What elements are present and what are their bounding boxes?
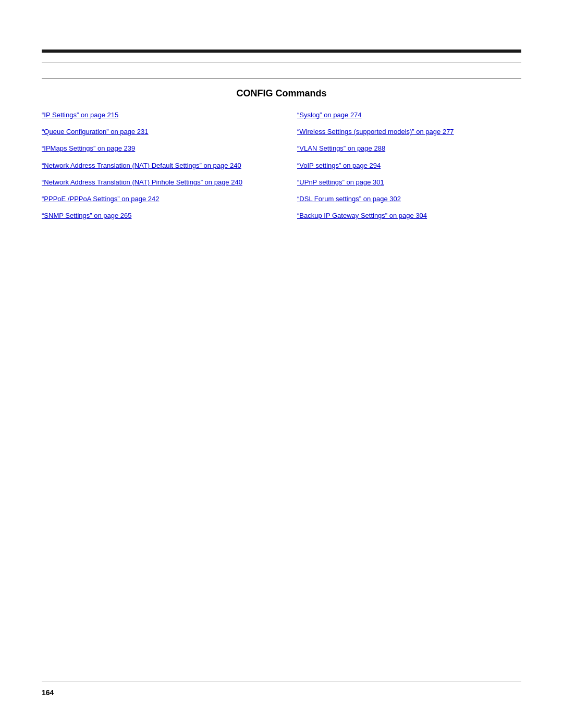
list-item: “PPPoE /PPPoA Settings” on page 242: [42, 194, 266, 204]
top-black-bar: [42, 50, 521, 53]
link-ipmaps-settings[interactable]: “IPMaps Settings” on page 239: [42, 144, 135, 152]
list-item: “VoIP settings” on page 294: [297, 161, 521, 170]
bottom-page-area: 164: [42, 682, 521, 697]
link-vlan-settings[interactable]: “VLAN Settings” on page 288: [297, 144, 385, 152]
link-wireless-settings[interactable]: “Wireless Settings (supported models)” o…: [297, 128, 454, 135]
section-title-line: [42, 78, 521, 79]
bottom-line: [42, 682, 521, 682]
link-queue-config[interactable]: “Queue Configuration” on page 231: [42, 128, 149, 135]
list-item: “Syslog” on page 274: [297, 110, 521, 120]
top-thin-line: [42, 63, 521, 63]
list-item: “UPnP settings” on page 301: [297, 178, 521, 187]
right-column: “Syslog” on page 274 “Wireless Settings …: [282, 110, 521, 228]
link-ip-settings[interactable]: “IP Settings” on page 215: [42, 111, 118, 119]
link-pppoe-settings[interactable]: “PPPoE /PPPoA Settings” on page 242: [42, 195, 159, 203]
list-item: “Wireless Settings (supported models)” o…: [297, 127, 521, 137]
link-voip-settings[interactable]: “VoIP settings” on page 294: [297, 162, 381, 169]
list-item: “Queue Configuration” on page 231: [42, 127, 266, 137]
link-dsl-forum-settings[interactable]: “DSL Forum settings” on page 302: [297, 195, 401, 203]
link-syslog[interactable]: “Syslog” on page 274: [297, 111, 362, 119]
link-upnp-settings[interactable]: “UPnP settings” on page 301: [297, 178, 384, 186]
list-item: “DSL Forum settings” on page 302: [297, 194, 521, 204]
link-nat-default-settings[interactable]: “Network Address Translation (NAT) Defau…: [42, 162, 241, 169]
link-snmp-settings[interactable]: “SNMP Settings” on page 265: [42, 212, 131, 219]
list-item: “Network Address Translation (NAT) Defau…: [42, 161, 266, 170]
link-backup-ip-gateway[interactable]: “Backup IP Gateway Settings” on page 304: [297, 212, 427, 219]
list-item: “VLAN Settings” on page 288: [297, 144, 521, 153]
list-item: “IP Settings” on page 215: [42, 110, 266, 120]
list-item: “SNMP Settings” on page 265: [42, 211, 266, 220]
link-nat-pinhole-settings[interactable]: “Network Address Translation (NAT) Pinho…: [42, 178, 242, 186]
left-column: “IP Settings” on page 215 “Queue Configu…: [42, 110, 282, 228]
list-item: “IPMaps Settings” on page 239: [42, 144, 266, 153]
list-item: “Backup IP Gateway Settings” on page 304: [297, 211, 521, 220]
page-number: 164: [42, 688, 54, 697]
section-title: CONFIG Commands: [42, 88, 521, 99]
content-area: CONFIG Commands “IP Settings” on page 21…: [42, 78, 521, 228]
list-item: “Network Address Translation (NAT) Pinho…: [42, 178, 266, 187]
links-grid: “IP Settings” on page 215 “Queue Configu…: [42, 110, 521, 228]
